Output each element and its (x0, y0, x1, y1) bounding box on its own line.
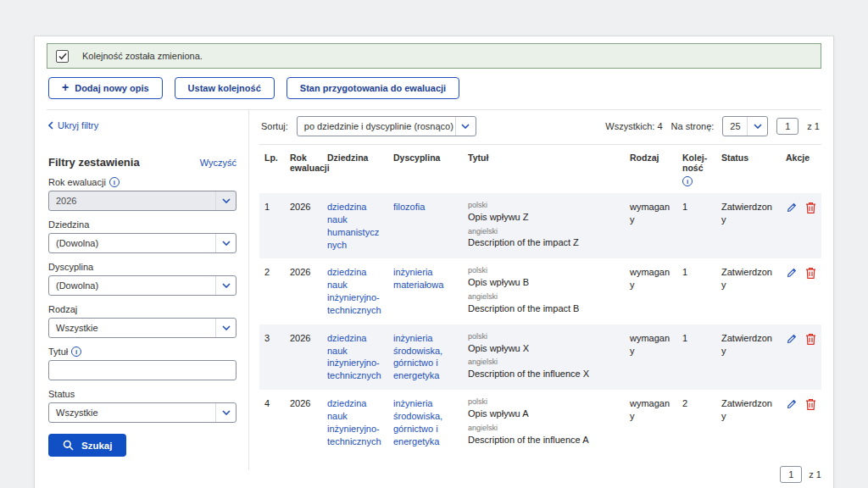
set-order-button[interactable]: Ustaw kolejność (175, 77, 275, 99)
title-label: Tytuł (48, 347, 236, 357)
cell-dziedzina[interactable]: dziedzina nauk inżynieryjno-technicznych (322, 324, 388, 390)
cell-kolejnosc: 2 (677, 390, 716, 455)
title-pl: Opis wpływu Z (468, 211, 620, 224)
chevron-down-icon (215, 319, 236, 337)
cell-lp: 3 (259, 324, 285, 390)
col-dyscyplina: Dyscyplina (388, 145, 463, 193)
col-lp: Lp. (259, 145, 285, 193)
cell-tytul: polski Opis wpływu X angielski Descripti… (463, 324, 625, 390)
cell-dziedzina[interactable]: dziedzina nauk humanistycznych (322, 193, 388, 258)
cell-rok: 2026 (285, 258, 322, 324)
per-page-select[interactable]: 25 (722, 116, 768, 136)
title-en: Description of the impact Z (468, 236, 620, 249)
cell-dyscyplina[interactable]: inżynieria środowiska, górnictwo i energ… (388, 390, 463, 455)
chevron-down-icon (455, 117, 476, 136)
evaluation-readiness-button[interactable]: Stan przygotowania do ewaluacji (287, 77, 459, 99)
chevron-down-icon (215, 234, 236, 252)
cell-akcje (781, 258, 821, 324)
field-select[interactable]: (Dowolna) (48, 233, 236, 253)
sort-select[interactable]: po dziedzinie i dyscyplinie (rosnąco) (297, 116, 476, 136)
total-count: Wszystkich: 4 (605, 121, 662, 131)
delete-icon[interactable] (805, 333, 816, 346)
main-card: Kolejność została zmieniona. Dodaj nowy … (34, 36, 834, 488)
cell-status: Zatwierdzony (716, 258, 781, 324)
status-label: Status (48, 389, 236, 399)
cell-akcje (781, 324, 821, 390)
hide-filters-link[interactable]: Ukryj filtry (48, 120, 98, 130)
title-en: Description of the influence X (468, 368, 620, 380)
delete-icon[interactable] (805, 267, 816, 280)
type-select[interactable]: Wszystkie (48, 318, 236, 338)
content-area: Ukryj filtry Filtry zestawienia Wyczyść … (47, 110, 821, 483)
cell-dyscyplina[interactable]: inżynieria materiałowa (388, 258, 463, 324)
cell-status: Zatwierdzony (716, 324, 781, 390)
lang-label-en: angielski (468, 424, 620, 433)
edit-icon[interactable] (786, 333, 798, 345)
title-pl: Opis wpływu A (468, 408, 620, 420)
chevron-down-icon (215, 403, 236, 422)
success-banner: Kolejność została zmieniona. (47, 43, 821, 69)
edit-icon[interactable] (786, 398, 798, 410)
search-button[interactable]: Szukaj (48, 434, 126, 457)
field-label: Dziedzina (48, 219, 236, 230)
check-icon (56, 50, 69, 63)
toolbar: Dodaj nowy opis Ustaw kolejność Stan prz… (48, 77, 821, 99)
page-number-box[interactable]: 1 (776, 118, 798, 135)
info-icon (109, 177, 120, 187)
cell-rodzaj: wymagany (625, 324, 677, 390)
delete-icon[interactable] (805, 202, 816, 214)
cell-dziedzina[interactable]: dziedzina nauk inżynieryjno-technicznych (322, 258, 388, 324)
col-status: Status (716, 145, 781, 193)
cell-akcje (781, 193, 821, 258)
cell-kolejnosc: 1 (677, 324, 716, 390)
cell-tytul: polski Opis wpływu A angielski Descripti… (463, 390, 625, 455)
status-select[interactable]: Wszystkie (48, 402, 236, 423)
cell-rok: 2026 (285, 390, 322, 455)
cell-kolejnosc: 1 (677, 258, 716, 324)
sort-pagination-row: Sortuj: po dziedzinie i dyscyplinie (ros… (259, 110, 821, 145)
chevron-down-icon (215, 276, 236, 295)
cell-lp: 2 (259, 258, 285, 324)
cell-dyscyplina[interactable]: inżynieria środowiska, górnictwo i energ… (388, 324, 463, 390)
cell-rodzaj: wymagany (625, 258, 677, 324)
edit-icon[interactable] (786, 202, 798, 214)
listing-panel: Sortuj: po dziedzinie i dyscyplinie (ros… (249, 110, 821, 483)
delete-icon[interactable] (805, 398, 816, 411)
table-row: 3 2026 dziedzina nauk inżynieryjno-techn… (259, 324, 821, 390)
title-input[interactable] (48, 360, 236, 380)
col-rok: Rok ewaluacji (285, 145, 322, 193)
cell-status: Zatwierdzony (716, 193, 781, 258)
add-new-description-button[interactable]: Dodaj nowy opis (48, 77, 163, 99)
table-row: 1 2026 dziedzina nauk humanistycznych fi… (259, 193, 821, 258)
cell-lp: 4 (259, 390, 285, 455)
filters-header: Filtry zestawienia Wyczyść (48, 156, 236, 169)
col-akcje: Akcje (781, 145, 821, 193)
per-page-label: Na stronę: (671, 121, 715, 131)
page-total: z 1 (809, 469, 821, 480)
cell-akcje (781, 390, 821, 455)
edit-icon[interactable] (786, 267, 798, 279)
lang-label-en: angielski (468, 358, 620, 367)
info-icon (682, 176, 693, 186)
cell-dziedzina[interactable]: dziedzina nauk inżynieryjno-technicznych (322, 390, 388, 455)
search-icon (63, 440, 74, 451)
col-kolejnosc: Kolej-ność (677, 145, 716, 193)
lang-label-pl: polski (468, 266, 620, 275)
cell-status: Zatwierdzony (716, 390, 781, 455)
evaluation-year-select: 2026 (48, 191, 236, 211)
title-en: Description of the influence A (468, 434, 620, 446)
lang-label-pl: polski (468, 397, 620, 407)
discipline-label: Dyscyplina (48, 262, 236, 272)
cell-tytul: polski Opis wpływu B angielski Descripti… (463, 258, 625, 324)
page-number-box[interactable]: 1 (780, 466, 802, 483)
cell-rodzaj: wymagany (625, 390, 677, 455)
col-tytul: Tytuł (463, 145, 625, 193)
clear-filters-link[interactable]: Wyczyść (200, 158, 236, 168)
pagination-controls: Wszystkich: 4 Na stronę: 25 1 z 1 (605, 116, 820, 136)
cell-kolejnosc: 1 (677, 193, 716, 258)
filters-panel: Ukryj filtry Filtry zestawienia Wyczyść … (47, 110, 249, 470)
cell-dyscyplina[interactable]: filozofia (388, 193, 463, 258)
lang-label-pl: polski (468, 201, 620, 210)
lang-label-en: angielski (468, 292, 620, 302)
discipline-select[interactable]: (Dowolna) (48, 275, 236, 296)
